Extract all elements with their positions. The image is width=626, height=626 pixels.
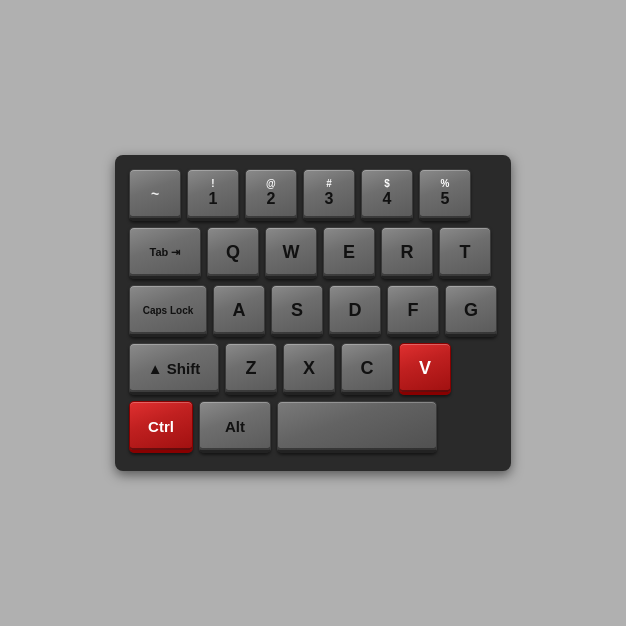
- key-t[interactable]: T: [439, 227, 491, 279]
- qwerty-row: Tab ⇥ Q W E R T: [129, 227, 497, 279]
- key-4[interactable]: $ 4: [361, 169, 413, 221]
- key-2[interactable]: @ 2: [245, 169, 297, 221]
- key-alt[interactable]: Alt: [199, 401, 271, 453]
- key-3[interactable]: # 3: [303, 169, 355, 221]
- number-row: ~ ! 1 @ 2 # 3 $ 4: [129, 169, 497, 221]
- bottom-row: Ctrl Alt: [129, 401, 497, 453]
- key-ctrl[interactable]: Ctrl: [129, 401, 193, 453]
- key-d[interactable]: D: [329, 285, 381, 337]
- key-f[interactable]: F: [387, 285, 439, 337]
- key-tab[interactable]: Tab ⇥: [129, 227, 201, 279]
- key-q[interactable]: Q: [207, 227, 259, 279]
- key-c[interactable]: C: [341, 343, 393, 395]
- key-r[interactable]: R: [381, 227, 433, 279]
- zxcv-row: ▲ Shift Z X C V: [129, 343, 497, 395]
- key-space[interactable]: [277, 401, 437, 453]
- key-1[interactable]: ! 1: [187, 169, 239, 221]
- key-x[interactable]: X: [283, 343, 335, 395]
- key-shift[interactable]: ▲ Shift: [129, 343, 219, 395]
- asdf-row: Caps Lock A S D F G: [129, 285, 497, 337]
- keyboard: ~ ! 1 @ 2 # 3 $ 4: [115, 155, 511, 471]
- key-g[interactable]: G: [445, 285, 497, 337]
- key-v[interactable]: V: [399, 343, 451, 395]
- key-w[interactable]: W: [265, 227, 317, 279]
- key-e[interactable]: E: [323, 227, 375, 279]
- key-caps-lock[interactable]: Caps Lock: [129, 285, 207, 337]
- key-z[interactable]: Z: [225, 343, 277, 395]
- key-tilde[interactable]: ~: [129, 169, 181, 221]
- key-s[interactable]: S: [271, 285, 323, 337]
- key-a[interactable]: A: [213, 285, 265, 337]
- key-5[interactable]: % 5: [419, 169, 471, 221]
